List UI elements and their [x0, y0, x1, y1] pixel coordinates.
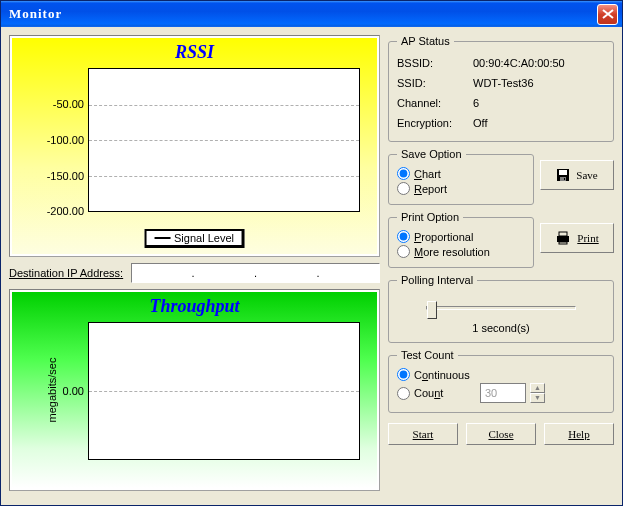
- spin-down-icon[interactable]: ▼: [530, 393, 545, 403]
- print-button-label: Print: [577, 232, 598, 244]
- channel-value: 6: [473, 97, 479, 109]
- client-area: RSSI -50.00 -100.00 -150.00 -200.00 Sign…: [1, 27, 622, 505]
- right-column: AP Status BSSID:00:90:4C:A0:00:50 SSID:W…: [388, 35, 614, 497]
- window-title: Monitor: [5, 6, 597, 22]
- save-report-label[interactable]: Report: [414, 183, 447, 195]
- svg-rect-5: [559, 232, 567, 236]
- save-button-label: Save: [576, 169, 597, 181]
- channel-label: Channel:: [397, 97, 473, 109]
- save-chart-label[interactable]: CCharthart: [414, 168, 441, 180]
- ap-status-legend: AP Status: [397, 35, 454, 47]
- titlebar[interactable]: Monitor: [1, 1, 622, 27]
- polling-legend: Polling Interval: [397, 274, 477, 286]
- throughput-plot-area: [88, 322, 360, 460]
- rssi-ylabel-3: -200.00: [12, 205, 84, 217]
- save-chart-radio[interactable]: [397, 167, 410, 180]
- rssi-legend: Signal Level: [144, 229, 245, 248]
- save-icon: [556, 168, 570, 182]
- count-radio[interactable]: [397, 387, 410, 400]
- test-count-legend: Test Count: [397, 349, 458, 361]
- help-button[interactable]: Help: [544, 423, 614, 445]
- slider-thumb-icon[interactable]: [427, 301, 437, 319]
- monitor-window: Monitor RSSI -50.00 -100.00 -150.00 -200…: [0, 0, 623, 506]
- continuous-label[interactable]: Continuous: [414, 369, 470, 381]
- rssi-legend-label: Signal Level: [174, 232, 234, 244]
- rssi-ylabel-0: -50.00: [12, 98, 84, 110]
- destination-ip-input[interactable]: . . .: [131, 263, 380, 283]
- print-moreres-label[interactable]: More resolution: [414, 246, 490, 258]
- rssi-plot-area: [88, 68, 360, 212]
- ssid-label: SSID:: [397, 77, 473, 89]
- throughput-chart-frame: Throughput megabits/sec 0.00: [9, 289, 380, 491]
- start-button[interactable]: Start: [388, 423, 458, 445]
- throughput-chart: Throughput megabits/sec 0.00: [12, 292, 377, 488]
- rssi-ylabel-1: -100.00: [12, 134, 84, 146]
- destination-label: Destination IP Address:: [9, 267, 123, 279]
- count-label[interactable]: Count: [414, 387, 476, 399]
- svg-rect-4: [557, 236, 569, 242]
- spin-up-icon[interactable]: ▲: [530, 383, 545, 393]
- save-option-legend: Save Option: [397, 148, 466, 160]
- rssi-title: RSSI: [12, 38, 377, 63]
- save-option-group: Save Option CCharthart Report: [388, 148, 534, 205]
- bssid-value: 00:90:4C:A0:00:50: [473, 57, 565, 69]
- test-count-group: Test Count Continuous Count ▲ ▼: [388, 349, 614, 413]
- print-icon: [555, 231, 571, 245]
- svg-rect-3: [564, 178, 565, 180]
- rssi-chart-frame: RSSI -50.00 -100.00 -150.00 -200.00 Sign…: [9, 35, 380, 257]
- close-button[interactable]: Close: [466, 423, 536, 445]
- close-icon[interactable]: [597, 4, 618, 25]
- save-button[interactable]: Save: [540, 160, 614, 190]
- svg-rect-6: [559, 242, 567, 244]
- continuous-radio[interactable]: [397, 368, 410, 381]
- polling-slider[interactable]: [426, 306, 576, 310]
- polling-interval-group: Polling Interval 1 second(s): [388, 274, 614, 343]
- svg-rect-2: [560, 177, 566, 181]
- print-option-group: Print Option Proportional More resolutio…: [388, 211, 534, 268]
- count-input[interactable]: [480, 383, 526, 403]
- rssi-ylabel-2: -150.00: [12, 170, 84, 182]
- destination-row: Destination IP Address: . . .: [9, 263, 380, 283]
- encryption-label: Encryption:: [397, 117, 473, 129]
- print-moreres-radio[interactable]: [397, 245, 410, 258]
- print-option-legend: Print Option: [397, 211, 463, 223]
- count-spinner[interactable]: ▲ ▼: [530, 383, 545, 403]
- print-button[interactable]: Print: [540, 223, 614, 253]
- throughput-title: Throughput: [12, 292, 377, 317]
- ssid-value: WDT-Test36: [473, 77, 534, 89]
- svg-rect-1: [559, 170, 567, 175]
- ap-status-group: AP Status BSSID:00:90:4C:A0:00:50 SSID:W…: [388, 35, 614, 142]
- bottom-button-row: Start Close Help: [388, 419, 614, 445]
- bssid-label: BSSID:: [397, 57, 473, 69]
- print-proportional-label[interactable]: Proportional: [414, 231, 473, 243]
- left-column: RSSI -50.00 -100.00 -150.00 -200.00 Sign…: [9, 35, 380, 497]
- rssi-chart: RSSI -50.00 -100.00 -150.00 -200.00 Sign…: [12, 38, 377, 254]
- throughput-ytick: 0.00: [12, 385, 84, 397]
- print-proportional-radio[interactable]: [397, 230, 410, 243]
- encryption-value: Off: [473, 117, 487, 129]
- save-report-radio[interactable]: [397, 182, 410, 195]
